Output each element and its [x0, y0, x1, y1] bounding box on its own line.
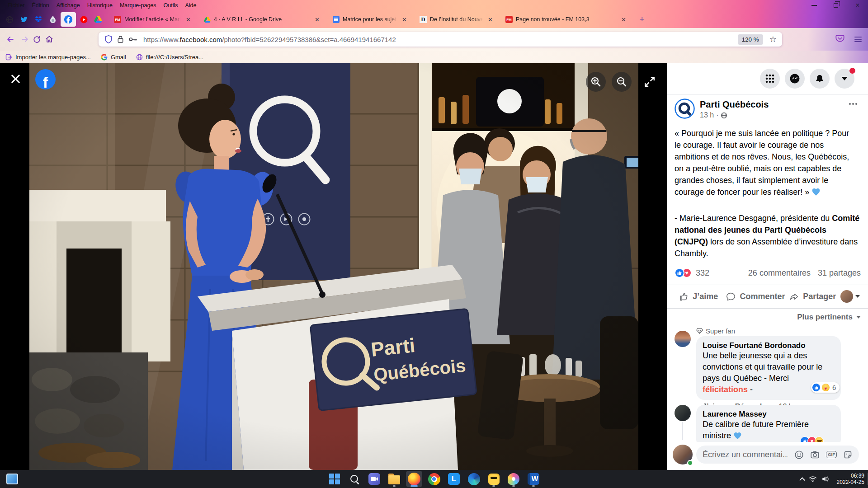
camera-icon[interactable] [810, 450, 820, 460]
messenger-icon [789, 73, 800, 84]
reactions-summary[interactable]: ♥ 332 [675, 268, 709, 278]
tab-close-icon[interactable]: ✕ [314, 16, 321, 23]
tab-close-icon[interactable]: ✕ [185, 16, 192, 23]
url-text[interactable]: https://www.facebook.com/photo?fbid=5262… [143, 36, 738, 43]
highlighted-word[interactable]: félicitations [703, 385, 748, 394]
commenter-name[interactable]: Laurence Massey [703, 409, 835, 419]
taskbar-center: L W [326, 471, 542, 487]
commenter-avatar[interactable] [675, 331, 691, 347]
facebook-logo[interactable]: f [35, 69, 56, 89]
tab-matrice-sujets[interactable]: Matrice pour les sujets 25.docx ✕ [329, 12, 411, 27]
bookmark-star-icon[interactable]: ☆ [769, 34, 777, 44]
pinned-tab-facebook-active[interactable] [61, 12, 76, 27]
pocket-icon[interactable] [835, 34, 844, 45]
pinned-tab-globe-icon[interactable] [3, 13, 16, 26]
l-app-button[interactable]: L [446, 471, 462, 487]
menu-marque-pages[interactable]: Marque-pages [117, 1, 160, 10]
comment-sort-selector[interactable]: Plus pertinents [797, 313, 861, 322]
character-app-button[interactable] [486, 471, 502, 487]
fm-favicon: FM [505, 16, 513, 23]
close-photo-icon[interactable] [9, 72, 22, 85]
zoom-in-button[interactable] [586, 72, 606, 92]
menu-aide[interactable]: Aide [182, 1, 200, 10]
edge-button[interactable] [466, 471, 482, 487]
chrome-button[interactable] [426, 471, 442, 487]
comment-button[interactable]: Commenter [726, 288, 785, 305]
file-explorer-button[interactable] [386, 471, 402, 487]
tab-avril-drive[interactable]: 4 - A V R I L - Google Drive ✕ [200, 12, 324, 27]
comment-as-selector[interactable] [840, 290, 864, 303]
post-options-button[interactable] [849, 103, 857, 105]
reload-button[interactable] [30, 33, 43, 46]
messenger-button[interactable] [785, 69, 805, 89]
key-icon[interactable] [128, 36, 137, 42]
menu-hamburger-icon[interactable] [854, 37, 862, 42]
comments-count[interactable]: 26 commentaires [748, 268, 811, 278]
notifications-button[interactable] [810, 69, 830, 89]
menu-outils[interactable]: Outils [160, 1, 181, 10]
page-avatar[interactable] [675, 99, 695, 119]
paint-app-button[interactable] [505, 471, 522, 487]
pinned-tab-twitter-icon[interactable] [17, 13, 31, 26]
home-button[interactable] [42, 33, 56, 46]
pinned-tab-drive-icon[interactable] [91, 13, 105, 26]
restore-button[interactable] [829, 1, 843, 9]
back-button[interactable] [4, 33, 17, 46]
zoom-out-button[interactable] [612, 72, 632, 92]
minimize-button[interactable] [807, 1, 821, 9]
bookmarks-bar: Importer les marque-pages... Gmail file:… [0, 51, 868, 63]
url-bar[interactable]: https://www.facebook.com/photo?fbid=5262… [99, 32, 782, 47]
shares-count[interactable]: 31 partages [818, 268, 861, 278]
word-button[interactable]: W [525, 471, 542, 487]
commenter-avatar[interactable] [675, 405, 691, 421]
share-arrow-icon [789, 292, 799, 301]
post-timestamp[interactable]: 13 h· [700, 111, 727, 119]
close-window-button[interactable]: × [851, 1, 864, 9]
comment-reactions-pill[interactable]: ♥ 6 [811, 382, 840, 393]
gif-icon[interactable]: GIF [826, 451, 837, 458]
bookmark-gmail[interactable]: Gmail [101, 54, 126, 61]
menu-fichier[interactable]: Fichier [5, 1, 28, 10]
blue-heart-emoji [811, 188, 821, 199]
page-zoom-indicator[interactable]: 120 % [738, 34, 763, 45]
tracking-shield-icon[interactable] [104, 35, 113, 44]
lock-icon[interactable] [117, 35, 124, 43]
sticker-icon[interactable] [843, 450, 853, 460]
emoji-smiley-icon[interactable] [794, 450, 804, 460]
post-header: Parti Québécois 13 h· [675, 99, 861, 121]
volume-icon[interactable] [821, 475, 830, 483]
taskbar-corner-app-icon[interactable] [6, 474, 18, 484]
tab-modifier-article[interactable]: FM Modifier l’article « Marie-Lauren ✕ [110, 12, 195, 27]
wifi-icon[interactable] [809, 476, 817, 482]
fm-favicon: FM [114, 16, 121, 23]
tab-close-icon[interactable]: ✕ [401, 16, 408, 23]
menu-affichage[interactable]: Affichage [53, 1, 83, 10]
firefox-button[interactable] [406, 471, 422, 487]
pinned-tab-youtube-icon[interactable] [77, 13, 90, 26]
comment-input[interactable]: Écrivez un commentai... GIF [696, 446, 859, 464]
pinned-tab-teardrop-icon[interactable] [46, 13, 60, 26]
menu-historique[interactable]: Historique [84, 1, 116, 10]
teams-chat-button[interactable] [366, 471, 382, 487]
like-button[interactable]: J’aime [671, 288, 726, 305]
share-button[interactable]: Partager [785, 288, 840, 305]
tab-institut-nouveau-monde[interactable]: D De l’Institut du Nouveau Monde ✕ [416, 12, 497, 27]
post-author-link[interactable]: Parti Québécois [700, 99, 769, 110]
screen: Fichier Édition Affichage Historique Mar… [0, 0, 868, 488]
tab-page-non-trouvee[interactable]: FM Page non trouvée - FM 103,3 ✕ [502, 12, 631, 27]
start-button[interactable] [326, 471, 343, 487]
apps-menu-button[interactable] [760, 69, 780, 89]
pinned-tab-dropbox-icon[interactable] [32, 13, 45, 26]
hidden-icons-chevron[interactable] [799, 477, 805, 483]
account-menu-button[interactable] [835, 69, 854, 89]
tab-close-icon[interactable]: ✕ [487, 16, 494, 23]
commenter-name[interactable]: Louise Fourtané Bordonado [703, 341, 835, 350]
bookmark-import[interactable]: Importer les marque-pages... [5, 54, 91, 61]
fullscreen-button[interactable] [644, 76, 656, 89]
tab-close-icon[interactable]: ✕ [620, 16, 627, 23]
menu-edition[interactable]: Édition [29, 1, 52, 10]
search-button[interactable] [346, 471, 363, 487]
bookmark-file[interactable]: file:///C:/Users/Strea... [136, 54, 203, 61]
new-tab-button[interactable]: + [636, 14, 648, 25]
taskbar-clock[interactable]: 06:39 2022-04-25 [837, 473, 864, 485]
